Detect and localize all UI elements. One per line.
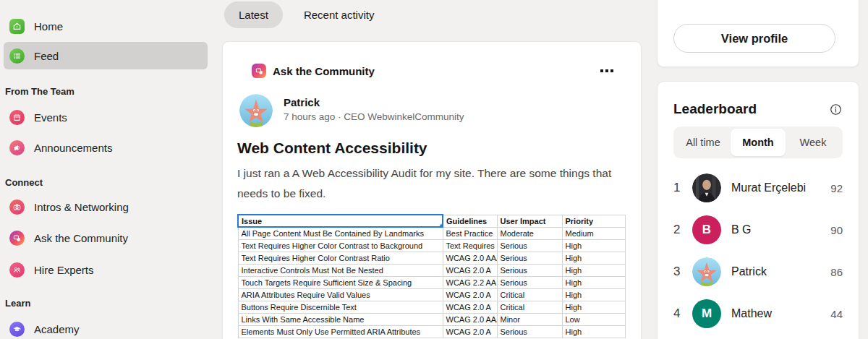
- sidebar-item-academy[interactable]: Academy: [4, 316, 208, 339]
- cell-guidelines: Best Practice: [443, 227, 497, 239]
- cell-user-impact: Critical: [497, 288, 562, 301]
- leaderboard-name: Murat Erçelebi: [731, 181, 806, 194]
- megaphone-icon: [9, 140, 25, 155]
- avatar: [692, 257, 721, 286]
- rank-number: 4: [673, 306, 692, 321]
- cell-guidelines: Text Requires Hi: [443, 239, 497, 252]
- leaderboard-list: 1 Murat Erçelebi: [673, 167, 843, 335]
- cell-guidelines: WCAG 2.0 AAA: [443, 252, 497, 264]
- leaderboard-period-tabs: All time Month Week: [673, 126, 843, 158]
- sidebar-item-events[interactable]: Events: [4, 104, 208, 130]
- cell-issue: ARIA Attributes Require Valid Values: [238, 288, 443, 301]
- tab-week[interactable]: Week: [786, 129, 841, 156]
- cell-guidelines: WCAG 2.0 A: [443, 301, 497, 313]
- avatar[interactable]: [239, 94, 273, 127]
- feed-list-icon: [9, 48, 25, 64]
- camera-icon: [9, 199, 25, 215]
- sidebar-item-hire-experts[interactable]: Hire Experts: [4, 257, 208, 283]
- cell-issue: Interactive Controls Must Not Be Nested: [238, 264, 443, 276]
- post-author-meta: Patrick 7 hours ago · CEO WebwinkelCommu…: [284, 94, 464, 127]
- more-options-button[interactable]: [597, 66, 616, 75]
- post-author-name[interactable]: Patrick: [284, 96, 464, 108]
- cell-priority: High: [562, 264, 625, 276]
- cell-priority: High: [562, 288, 625, 301]
- avatar: M: [692, 299, 721, 328]
- sidebar-item-label: Home: [34, 20, 63, 33]
- accessibility-issues-table: Issue Guidelines User Impact Priority Al…: [237, 214, 626, 338]
- leaderboard-title: Leaderboard: [673, 101, 757, 117]
- sidebar-item-label: Intros & Networking: [34, 201, 129, 213]
- table-row: Buttons Require Discernible Text WCAG 2.…: [238, 301, 625, 313]
- cell-priority: Low: [562, 313, 625, 325]
- table-row: All Page Content Must Be Contained By La…: [238, 227, 625, 239]
- cell-guidelines: WCAG 2.2 AA: [443, 276, 497, 288]
- cell-priority: High: [562, 239, 625, 252]
- cell-issue: All Page Content Must Be Contained By La…: [238, 227, 443, 239]
- tab-latest[interactable]: Latest: [224, 1, 283, 28]
- post-body-text: I just ran a A Web Accessibility Audit f…: [237, 163, 617, 204]
- sidebar-item-label: Events: [34, 111, 67, 124]
- avatar: [692, 173, 721, 202]
- leaderboard-row[interactable]: 1 Murat Erçelebi: [673, 167, 843, 209]
- leaderboard-score: 92: [830, 182, 843, 194]
- cell-priority: High: [562, 325, 625, 338]
- cell-user-impact: Serious: [497, 325, 562, 338]
- table-header-guidelines: Guidelines: [443, 215, 497, 227]
- cell-user-impact: Critical: [497, 301, 562, 313]
- sidebar-item-ask-the-community[interactable]: Ask the Community: [4, 225, 208, 251]
- sidebar-item-home[interactable]: Home: [4, 13, 208, 39]
- cell-issue: Text Requires Higher Color Contrast to B…: [238, 239, 443, 252]
- cell-user-impact: Serious: [497, 239, 562, 252]
- cell-priority: High: [562, 301, 625, 313]
- leaderboard-name: Mathew: [731, 307, 772, 320]
- leaderboard-row[interactable]: 3: [673, 251, 843, 293]
- rank-number: 3: [673, 265, 692, 279]
- leaderboard-score: 86: [830, 266, 843, 278]
- leaderboard-row[interactable]: 2 B B G 90: [673, 209, 843, 251]
- calendar-icon: [9, 110, 25, 125]
- view-profile-button[interactable]: View profile: [673, 24, 835, 53]
- sidebar-item-intros-networking[interactable]: Intros & Networking: [4, 194, 208, 220]
- rank-number: 1: [673, 181, 692, 195]
- cell-priority: High: [562, 276, 625, 288]
- table-header-priority: Priority: [562, 215, 625, 227]
- post-timestamp-role: 7 hours ago · CEO WebwinkelCommunity: [284, 111, 464, 122]
- sidebar-section-connect: Connect: [4, 177, 208, 189]
- table-header-row: Issue Guidelines User Impact Priority: [238, 215, 625, 227]
- tab-month[interactable]: Month: [731, 129, 786, 156]
- sidebar-item-feed[interactable]: Feed: [4, 42, 208, 69]
- leaderboard-row[interactable]: 4 M Mathew 44: [673, 293, 843, 335]
- table-row: Elements Must Only Use Permitted ARIA At…: [238, 325, 625, 338]
- chat-bubbles-icon: [9, 231, 25, 246]
- sidebar-item-label: Announcements: [34, 142, 112, 154]
- home-icon: [9, 19, 25, 34]
- tab-recent-activity[interactable]: Recent activity: [304, 9, 375, 21]
- feed-post-card[interactable]: Ask the Community: [222, 41, 642, 339]
- avatar: B: [692, 215, 721, 244]
- profile-card: View profile: [657, 0, 859, 67]
- sidebar-section-learn: Learn: [4, 298, 208, 309]
- leaderboard-name: B G: [731, 223, 752, 236]
- table-header-issue-selected-cell: Issue: [238, 215, 443, 227]
- cell-issue: Touch Targets Require Sufficient Size & …: [238, 276, 443, 288]
- post-author-row: Patrick 7 hours ago · CEO WebwinkelCommu…: [239, 94, 626, 127]
- post-group-row: Ask the Community: [252, 42, 626, 78]
- table-row: Text Requires Higher Color Contrast Rati…: [238, 252, 625, 264]
- feed-tabs: Latest Recent activity: [222, 1, 374, 28]
- cell-issue: Text Requires Higher Color Contrast Rati…: [238, 252, 443, 264]
- cell-user-impact: Serious: [497, 264, 562, 276]
- cell-issue: Elements Must Only Use Permitted ARIA At…: [238, 325, 443, 338]
- cell-guidelines: WCAG 2.0 A: [443, 288, 497, 301]
- cell-user-impact: Serious: [497, 276, 562, 288]
- table-header-user-impact: User Impact: [497, 215, 562, 227]
- sidebar-item-announcements[interactable]: Announcements: [4, 134, 208, 160]
- cell-priority: Medium: [562, 227, 625, 239]
- table-row: Links With Same Accessible Name WCAG 2.0…: [238, 313, 625, 325]
- post-group-name[interactable]: Ask the Community: [273, 65, 375, 77]
- tab-all-time[interactable]: All time: [676, 129, 731, 156]
- table-row: Text Requires Higher Color Contrast to B…: [238, 239, 625, 252]
- table-row: Touch Targets Require Sufficient Size & …: [238, 276, 625, 288]
- info-icon[interactable]: [829, 103, 843, 116]
- cell-priority: High: [562, 252, 625, 264]
- rank-number: 2: [673, 223, 692, 237]
